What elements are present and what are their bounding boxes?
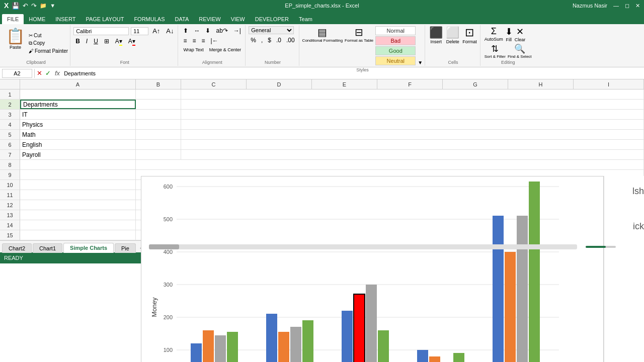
- quick-access-redo[interactable]: ↷: [31, 2, 37, 10]
- sheet-tab-simple-charts[interactable]: Simple Charts: [63, 243, 114, 253]
- cell-rest-7[interactable]: [181, 150, 644, 159]
- tab-team[interactable]: Team: [294, 14, 317, 24]
- cell-a3[interactable]: IT: [20, 110, 136, 119]
- tab-data[interactable]: DATA: [170, 14, 194, 24]
- fill-color-btn[interactable]: A▾: [113, 37, 124, 46]
- cell-rest-3[interactable]: [181, 110, 644, 119]
- row-num-10[interactable]: 10: [0, 180, 20, 190]
- sheet-tab-chart2[interactable]: Chart2: [2, 243, 32, 253]
- scrollbar-thumb[interactable]: [149, 244, 179, 249]
- sheet-tab-chart1[interactable]: Chart1: [33, 243, 62, 253]
- tab-view[interactable]: VIEW: [226, 14, 250, 24]
- font-color-btn[interactable]: A▾: [126, 37, 137, 46]
- copy-button[interactable]: ⧉ Copy: [29, 40, 68, 46]
- clear-btn[interactable]: ✕ Clear: [515, 26, 526, 42]
- col-header-i[interactable]: I: [574, 79, 644, 89]
- autosum-btn[interactable]: Σ AutoSum: [485, 26, 503, 42]
- cell-a8[interactable]: [20, 160, 136, 169]
- close-btn[interactable]: ✕: [635, 3, 640, 9]
- cell-a11[interactable]: [20, 190, 136, 200]
- insert-btn[interactable]: ⬛ Insert: [429, 26, 443, 44]
- col-header-f[interactable]: F: [377, 79, 443, 89]
- confirm-formula-icon[interactable]: ✓: [45, 69, 51, 77]
- chart-container[interactable]: Money 0 100 200 300 400 500 600: [141, 176, 604, 362]
- zoom-slider[interactable]: [586, 246, 616, 248]
- tab-review[interactable]: REVIEW: [194, 14, 225, 24]
- fill-btn[interactable]: ⬇ Fill: [505, 26, 513, 42]
- style-good[interactable]: Good: [375, 46, 416, 55]
- format-as-table-btn[interactable]: ⊟ Format as Table: [345, 26, 373, 65]
- cell-a2[interactable]: Departments: [20, 100, 136, 109]
- cell-rest-2[interactable]: [181, 100, 644, 109]
- style-normal[interactable]: Normal: [375, 26, 416, 35]
- row-num-6[interactable]: 6: [0, 140, 20, 150]
- sort-filter-btn[interactable]: ⇅ Sort & Filter: [485, 43, 506, 59]
- row-num-1[interactable]: 1: [0, 89, 20, 100]
- cell-a10[interactable]: [20, 180, 136, 190]
- decrease-font-btn[interactable]: A↓: [164, 26, 176, 36]
- underline-btn[interactable]: U: [92, 37, 100, 46]
- increase-decimal-btn[interactable]: .0: [274, 36, 283, 45]
- delete-btn[interactable]: ⬜ Delete: [446, 26, 459, 44]
- cell-b3[interactable]: [136, 110, 181, 119]
- align-center-btn[interactable]: ≡: [191, 36, 198, 45]
- cell-a4[interactable]: Physics: [20, 120, 136, 129]
- quick-access-open[interactable]: 📁: [40, 3, 47, 9]
- cell-a9[interactable]: [20, 170, 136, 179]
- cell-a14[interactable]: [20, 220, 136, 230]
- cell-b2[interactable]: [136, 100, 181, 109]
- col-header-h[interactable]: H: [508, 79, 574, 89]
- currency-btn[interactable]: $: [266, 36, 273, 45]
- quick-access-more[interactable]: ▼: [50, 3, 55, 9]
- row-num-3[interactable]: 3: [0, 110, 20, 120]
- col-header-d[interactable]: D: [247, 79, 312, 89]
- cell-rest-5[interactable]: [181, 130, 644, 139]
- styles-expand-btn[interactable]: ▼: [418, 60, 423, 65]
- quick-access-save[interactable]: 💾: [12, 2, 20, 10]
- style-bad[interactable]: Bad: [375, 36, 416, 45]
- align-top-btn[interactable]: ⬆: [181, 26, 190, 35]
- cell-a12[interactable]: [20, 200, 136, 210]
- col-header-g[interactable]: G: [443, 79, 508, 89]
- cell-rest-4[interactable]: [181, 120, 644, 129]
- row-num-13[interactable]: 13: [0, 210, 20, 220]
- style-neutral[interactable]: Neutral: [375, 56, 416, 65]
- row-num-8[interactable]: 8: [0, 160, 20, 170]
- bold-btn[interactable]: B: [73, 37, 82, 46]
- cell-b7[interactable]: [136, 150, 181, 159]
- percent-btn[interactable]: %: [249, 36, 258, 45]
- cell-a15[interactable]: [20, 230, 136, 240]
- border-btn[interactable]: ⊞: [102, 37, 111, 46]
- tab-formulas[interactable]: FORMULAS: [129, 14, 170, 24]
- row-num-4[interactable]: 4: [0, 120, 20, 130]
- cell-b1[interactable]: [136, 89, 181, 99]
- merge-center-btn[interactable]: Merge & Center: [207, 46, 244, 53]
- col-header-b[interactable]: B: [136, 79, 181, 89]
- cell-rest-1[interactable]: [181, 89, 644, 99]
- align-bottom-btn[interactable]: ⬇: [203, 26, 212, 35]
- italic-btn[interactable]: I: [84, 37, 90, 46]
- cell-b5[interactable]: [136, 130, 181, 139]
- cell-a13[interactable]: [20, 210, 136, 220]
- find-select-btn[interactable]: 🔍 Find & Select: [508, 43, 532, 59]
- tab-home[interactable]: HOME: [24, 14, 50, 24]
- row-num-14[interactable]: 14: [0, 220, 20, 230]
- decrease-indent-btn[interactable]: |←: [209, 36, 220, 45]
- orientation-btn[interactable]: ab↷: [214, 26, 229, 35]
- cell-b6[interactable]: [136, 140, 181, 149]
- tab-page-layout[interactable]: PAGE LAYOUT: [80, 14, 129, 24]
- quick-access-undo[interactable]: ↶: [23, 2, 28, 10]
- align-left-btn[interactable]: ≡: [181, 36, 189, 45]
- indent-more-btn[interactable]: →|: [231, 26, 243, 35]
- row-num-5[interactable]: 5: [0, 130, 20, 140]
- tab-insert[interactable]: INSERT: [50, 14, 80, 24]
- decrease-decimal-btn[interactable]: .00: [284, 36, 297, 45]
- sheet-tab-pie[interactable]: Pie: [115, 243, 136, 253]
- cut-button[interactable]: ✂ Cut: [29, 33, 68, 38]
- wrap-text-btn[interactable]: Wrap Text: [181, 46, 205, 53]
- col-header-e[interactable]: E: [312, 79, 377, 89]
- cell-b4[interactable]: [136, 120, 181, 129]
- cell-a5[interactable]: Math: [20, 130, 136, 139]
- minimize-btn[interactable]: —: [613, 3, 619, 9]
- format-painter-button[interactable]: 🖌 Format Painter: [29, 48, 68, 54]
